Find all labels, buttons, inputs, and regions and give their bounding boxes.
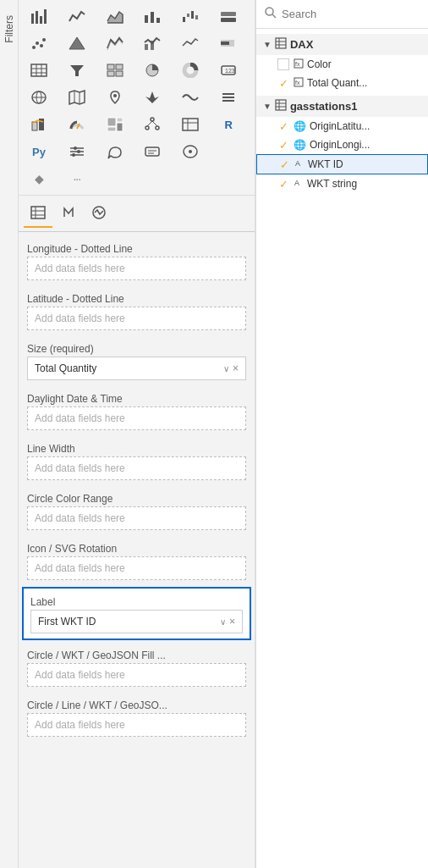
- tree-item-total-quant[interactable]: ✓ fx Total Quant...: [256, 74, 428, 92]
- icon-kpi[interactable]: [24, 112, 54, 137]
- svg-text:fx: fx: [295, 80, 300, 86]
- icon-svg-drop[interactable]: Add data fields here: [27, 556, 246, 580]
- latitude-dotted-drop[interactable]: Add data fields here: [27, 307, 246, 330]
- svg-rect-30: [107, 71, 114, 76]
- filters-tab[interactable]: Filters: [0, 0, 19, 868]
- circle-line-wkt-drop[interactable]: Add data fields here: [27, 713, 246, 737]
- label-drop[interactable]: First WKT ID ∨ ×: [30, 610, 243, 633]
- icon-wave[interactable]: [175, 85, 206, 110]
- tree-item-origin-lat[interactable]: ✓ 🌐 OriginLatitu...: [256, 117, 428, 135]
- size-close-icon[interactable]: ×: [233, 362, 239, 374]
- icon-table[interactable]: [24, 58, 54, 83]
- icon-gauge[interactable]: [62, 112, 92, 137]
- icon-dots[interactable]: ···: [62, 166, 92, 191]
- tree-item-wkt-id[interactable]: ✓ A WKT ID: [256, 154, 428, 174]
- icon-matrix[interactable]: [100, 58, 130, 83]
- svg-rect-6: [156, 18, 160, 23]
- svg-rect-9: [191, 11, 194, 19]
- svg-rect-11: [221, 12, 236, 16]
- icon-geocode[interactable]: [175, 139, 206, 164]
- wkt-id-check-icon: ✓: [277, 158, 291, 171]
- icon-waterfall[interactable]: [175, 3, 206, 29]
- dax-chevron-icon: ▼: [263, 40, 272, 49]
- icon-donut[interactable]: [175, 58, 206, 83]
- icon-matrix2[interactable]: [175, 112, 206, 137]
- sub-tab-fields[interactable]: [24, 199, 52, 228]
- size-drop-actions: ∨ ×: [223, 362, 239, 374]
- svg-rect-1: [36, 11, 38, 24]
- icon-filter[interactable]: [62, 58, 92, 83]
- gasstations-label: gasstations1: [290, 100, 357, 113]
- icon-bullet[interactable]: [213, 30, 244, 56]
- icon-map2[interactable]: [62, 85, 92, 110]
- icon-line-chart[interactable]: [62, 3, 92, 29]
- label-close-icon[interactable]: ×: [229, 616, 235, 628]
- tree-header-gasstations[interactable]: ▼ gasstations1: [256, 96, 428, 117]
- icon-decomp[interactable]: [137, 112, 167, 137]
- size-chevron-icon[interactable]: ∨: [223, 364, 229, 373]
- icon-pie[interactable]: [137, 58, 167, 83]
- line-width-drop[interactable]: Add data fields here: [27, 456, 246, 480]
- icon-combo[interactable]: [137, 30, 167, 56]
- circle-wkt-drop[interactable]: Add data fields here: [27, 663, 246, 687]
- wkt-string-label: WKT string: [307, 178, 357, 190]
- longitude-dotted-drop[interactable]: Add data fields here: [27, 257, 246, 280]
- icon-sparkline[interactable]: [175, 30, 206, 56]
- svg-point-15: [40, 44, 43, 47]
- sub-tab-row: [19, 196, 255, 232]
- icon-treemap[interactable]: [100, 112, 130, 137]
- icon-pin[interactable]: [100, 85, 130, 110]
- icon-grid: 123: [19, 0, 255, 196]
- tree-header-dax[interactable]: ▼ DAX: [256, 34, 428, 55]
- icon-r[interactable]: R: [213, 112, 244, 137]
- search-input[interactable]: [282, 8, 420, 20]
- icon-python[interactable]: Py: [24, 139, 54, 164]
- icon-mountain-chart[interactable]: [62, 30, 92, 56]
- right-panel: ▼ DAX fx Color ✓: [255, 0, 428, 868]
- icon-textbox[interactable]: [137, 139, 167, 164]
- icon-map[interactable]: [24, 85, 54, 110]
- color-measure-icon: fx: [294, 58, 304, 71]
- svg-point-65: [77, 150, 80, 153]
- wkt-id-label: WKT ID: [308, 158, 343, 170]
- icon-bubble[interactable]: [100, 139, 130, 164]
- color-label: Color: [307, 58, 332, 70]
- svg-marker-39: [69, 91, 85, 104]
- sub-tab-analytics[interactable]: [85, 199, 113, 228]
- svg-rect-72: [31, 207, 45, 218]
- svg-rect-4: [145, 15, 148, 23]
- circle-color-drop[interactable]: Add data fields here: [27, 506, 246, 530]
- icon-slicer[interactable]: [62, 139, 92, 164]
- size-drop[interactable]: Total Quantity ∨ ×: [27, 357, 246, 380]
- svg-point-16: [42, 38, 46, 41]
- icon-ribbon[interactable]: [100, 30, 130, 56]
- tree-item-wkt-string[interactable]: ✓ A WKT string: [256, 174, 428, 193]
- svg-rect-50: [117, 118, 123, 122]
- circle-color-label: Circle Color Range: [27, 489, 246, 506]
- icon-bar-chart[interactable]: [24, 3, 54, 29]
- origin-lat-check-icon: ✓: [277, 119, 290, 133]
- svg-rect-58: [183, 119, 198, 130]
- origin-lat-globe-icon: 🌐: [294, 120, 306, 132]
- tree-item-color[interactable]: fx Color: [256, 55, 428, 74]
- gasstations-chevron-icon: ▼: [263, 102, 272, 111]
- icon-area-chart[interactable]: [100, 3, 130, 29]
- svg-point-42: [113, 94, 117, 97]
- icon-plane[interactable]: [137, 85, 167, 110]
- size-group: Size (required) Total Quantity ∨ ×: [19, 335, 255, 385]
- circle-wkt-label: Circle / WKT / GeoJSON Fill ...: [27, 645, 246, 663]
- icon-column-chart[interactable]: [137, 3, 167, 29]
- svg-rect-10: [195, 15, 198, 19]
- icon-list[interactable]: [213, 85, 244, 110]
- sub-tab-format[interactable]: [54, 199, 83, 228]
- icon-diamond[interactable]: ◆: [24, 166, 54, 191]
- origin-long-globe-icon: 🌐: [294, 139, 306, 151]
- icon-scatter[interactable]: [24, 30, 54, 56]
- label-chevron-icon[interactable]: ∨: [220, 617, 226, 627]
- svg-point-53: [151, 118, 154, 121]
- daylight-drop[interactable]: Add data fields here: [27, 406, 246, 430]
- tree-item-origin-long[interactable]: ✓ 🌐 OriginLongi...: [256, 135, 428, 154]
- svg-text:A: A: [295, 159, 300, 168]
- icon-100-bar[interactable]: [213, 3, 244, 29]
- icon-card[interactable]: 123: [213, 58, 244, 83]
